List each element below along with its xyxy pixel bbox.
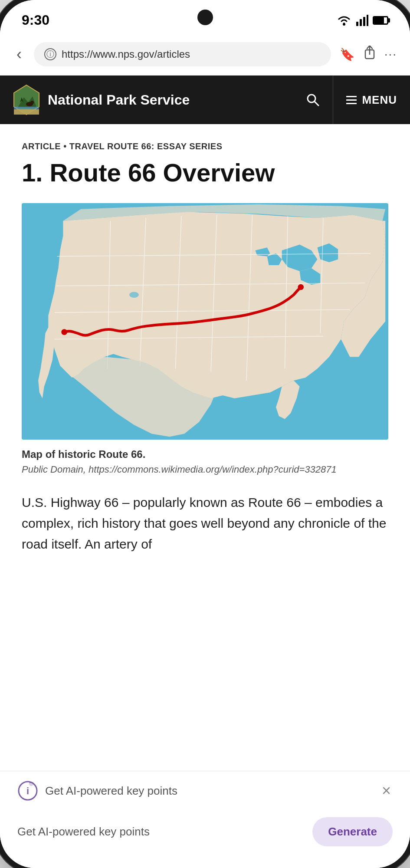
page-content: ARTICLE • TRAVEL ROUTE 66: ESSAY SERIES … [0, 124, 410, 771]
ai-info-text: Get AI-powered key points [45, 784, 373, 798]
battery-icon [373, 16, 388, 25]
svg-rect-2 [360, 19, 362, 26]
info-icon: ⓘ [44, 48, 56, 60]
nps-search-button[interactable] [293, 76, 333, 124]
ai-info-bar: i Get AI-powered key points × [0, 771, 410, 810]
share-button[interactable] [364, 46, 376, 63]
map-caption-credit: Public Domain, https://commons.wikimedia… [22, 463, 388, 477]
browser-chrome: ‹ ⓘ https://www.nps.gov/articles 🔖 ··· [0, 35, 410, 76]
bookmark-button[interactable]: 🔖 [340, 47, 355, 62]
generate-bar: Get AI-powered key points Generate [0, 810, 410, 868]
nps-arrowhead-logo [13, 84, 40, 115]
url-text: https://www.nps.gov/articles [62, 48, 321, 60]
status-icons [336, 15, 388, 26]
svg-point-0 [343, 23, 345, 26]
generate-button[interactable]: Generate [312, 817, 393, 846]
ai-close-button[interactable]: × [380, 780, 393, 802]
ai-info-icon: i [17, 780, 38, 801]
status-time: 9:30 [22, 12, 49, 28]
nps-logo-area: National Park Service [0, 76, 293, 124]
signal-icon [356, 15, 368, 26]
back-button[interactable]: ‹ [13, 43, 25, 65]
svg-rect-4 [367, 15, 368, 26]
route66-map-svg [22, 203, 388, 440]
article-title: 1. Route 66 Overview [22, 158, 388, 187]
svg-point-25 [61, 329, 67, 335]
camera-notch [197, 10, 213, 25]
nps-menu-button[interactable]: MENU [333, 76, 410, 124]
menu-label: MENU [362, 93, 397, 107]
address-bar[interactable]: ⓘ https://www.nps.gov/articles [34, 42, 331, 66]
route66-map-container [22, 203, 388, 440]
more-button[interactable]: ··· [384, 47, 397, 61]
svg-point-9 [30, 101, 34, 104]
nps-header: National Park Service MENU [0, 76, 410, 124]
wifi-icon [336, 15, 352, 26]
browser-toolbar: ‹ ⓘ https://www.nps.gov/articles 🔖 ··· [13, 42, 397, 66]
svg-rect-1 [356, 22, 358, 26]
map-caption-title: Map of historic Route 66. [22, 448, 388, 460]
hamburger-icon [346, 96, 357, 104]
svg-point-27 [129, 292, 139, 298]
svg-text:i: i [26, 786, 29, 796]
svg-point-26 [298, 284, 304, 290]
nps-site-title: National Park Service [48, 92, 190, 108]
article-category: ARTICLE • TRAVEL ROUTE 66: ESSAY SERIES [22, 141, 388, 151]
phone-frame: 9:30 ‹ ⓘ [0, 0, 410, 868]
svg-rect-10 [14, 109, 39, 115]
generate-hint: Get AI-powered key points [17, 825, 150, 838]
svg-rect-3 [363, 17, 365, 26]
article-body: U.S. Highway 66 – popularly known as Rou… [22, 492, 388, 641]
svg-line-12 [315, 102, 318, 105]
